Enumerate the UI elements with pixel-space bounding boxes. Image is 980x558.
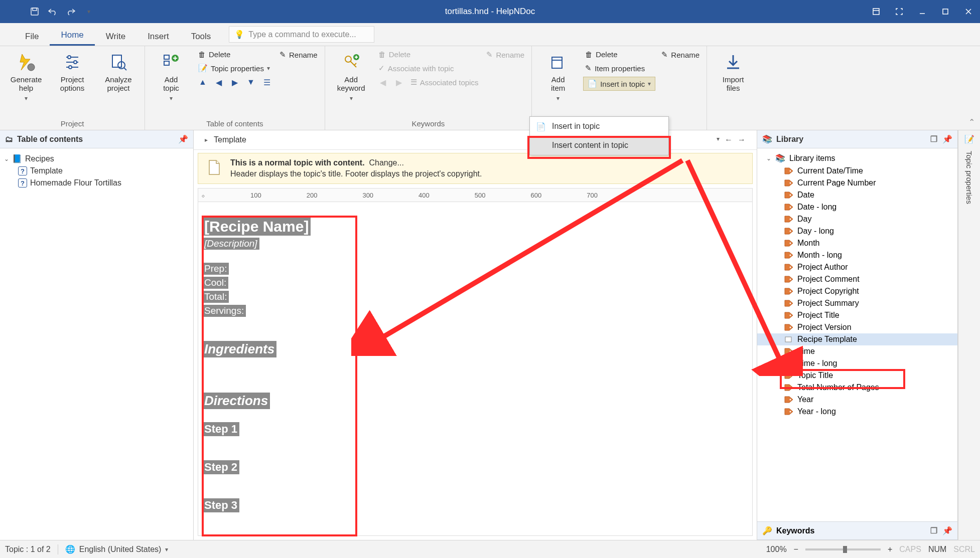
svg-rect-0 xyxy=(31,8,38,15)
qat-dropdown-icon[interactable]: ▾ xyxy=(83,6,94,17)
maximize-icon[interactable] xyxy=(934,0,957,23)
add-topic-button[interactable]: Add topic▾ xyxy=(150,49,192,104)
pin-icon[interactable]: 📌 xyxy=(942,526,952,535)
tag-icon xyxy=(784,360,793,367)
ruler[interactable]: ⬦ 100200300400500600700 xyxy=(198,188,753,202)
svg-point-36 xyxy=(790,411,791,413)
generate-help-button[interactable]: Generate help▾ xyxy=(5,49,47,104)
analyze-project-button[interactable]: Analyze project xyxy=(97,49,139,95)
tag-icon xyxy=(784,276,793,283)
library-item[interactable]: Year - long xyxy=(757,406,957,418)
undo-icon[interactable] xyxy=(47,6,58,17)
library-item[interactable]: Time xyxy=(757,345,957,357)
toc-rename-button[interactable]: ✎Rename xyxy=(277,49,320,60)
move-right-icon[interactable]: ▶ xyxy=(228,77,241,88)
group-label: Project xyxy=(5,117,139,128)
library-item[interactable]: Project Copyright xyxy=(757,285,957,297)
move-up-icon[interactable]: ▲ xyxy=(196,77,209,88)
breadcrumb-dropdown-icon[interactable]: ▾ xyxy=(717,135,720,144)
lib-delete-button[interactable]: 🗑Delete xyxy=(583,49,655,60)
tab-write[interactable]: Write xyxy=(95,27,136,46)
nav-forward-icon[interactable]: → xyxy=(738,135,746,144)
lib-insert-button[interactable]: 📄Insert in topic ▾ xyxy=(583,77,655,91)
library-item[interactable]: Project Title xyxy=(757,309,957,321)
move-left-icon[interactable]: ◀ xyxy=(212,77,225,88)
library-item[interactable]: Project Summary xyxy=(757,297,957,309)
svg-point-34 xyxy=(790,387,791,389)
project-options-button[interactable]: Project options xyxy=(51,49,93,95)
delete-icon: 🗑 xyxy=(198,50,206,59)
redo-icon[interactable] xyxy=(65,6,76,17)
language-selector[interactable]: 🌐 English (United States) ▾ xyxy=(65,544,169,554)
library-item[interactable]: Month xyxy=(757,237,957,249)
pin-icon[interactable]: 📌 xyxy=(942,134,952,144)
document-area[interactable]: [Recipe Name] [Description] Prep: Cool: … xyxy=(198,202,753,536)
add-item-button[interactable]: Add item▾ xyxy=(537,49,579,104)
library-item[interactable]: Date xyxy=(757,189,957,201)
lib-props-button[interactable]: ✎Item properties xyxy=(583,63,655,74)
move-down-icon[interactable]: ▼ xyxy=(244,77,257,88)
library-item[interactable]: Day - long xyxy=(757,225,957,237)
library-item[interactable]: Total Number of Pages xyxy=(757,382,957,394)
list-icon[interactable]: ☰ xyxy=(260,77,273,88)
library-item[interactable]: Day xyxy=(757,213,957,225)
library-item[interactable]: Project Version xyxy=(757,321,957,333)
topic-properties-tab[interactable]: 📝 Topic properties xyxy=(958,130,980,540)
breadcrumb-text: Template xyxy=(214,135,246,144)
collapse-ribbon-icon[interactable]: ⌃ xyxy=(968,117,975,127)
close-icon[interactable] xyxy=(957,0,980,23)
document-content[interactable]: [Recipe Name] [Description] Prep: Cool: … xyxy=(198,202,349,529)
minimize-icon[interactable] xyxy=(911,0,934,23)
library-item[interactable]: Time - long xyxy=(757,357,957,369)
toc-panel-header: 🗂 Table of contents 📌 xyxy=(0,130,193,148)
save-icon[interactable] xyxy=(29,6,40,17)
library-item[interactable]: Date - long xyxy=(757,201,957,213)
ribbon-group-toc: Add topic▾ 🗑Delete 📝Topic properties ▾ ▲… xyxy=(145,46,325,130)
ribbon-options-icon[interactable] xyxy=(865,0,888,23)
question-icon: ? xyxy=(18,166,27,175)
library-root[interactable]: ⌄📚Library items xyxy=(757,151,957,165)
library-item[interactable]: Current Date/Time xyxy=(757,165,957,177)
toc-delete-button[interactable]: 🗑Delete xyxy=(196,49,273,60)
toc-item-template[interactable]: ?Template xyxy=(17,165,190,177)
fullscreen-icon[interactable] xyxy=(888,0,911,23)
restore-icon[interactable]: ❐ xyxy=(930,526,937,535)
breadcrumb-expand-icon[interactable]: ▸ xyxy=(205,136,208,143)
pin-icon[interactable]: 📌 xyxy=(178,134,188,144)
library-item[interactable]: Recipe Template xyxy=(757,333,957,345)
dd-insert-in-topic[interactable]: 📄 Insert in topic xyxy=(530,117,668,136)
zoom-in-icon[interactable]: + xyxy=(888,545,892,554)
change-link[interactable]: Change... xyxy=(369,158,403,167)
toc-tree[interactable]: ⌄📘Recipes ?Template ?Homemade Flour Tort… xyxy=(0,148,193,193)
tab-file[interactable]: File xyxy=(14,27,50,46)
library-item[interactable]: Project Comment xyxy=(757,273,957,285)
download-icon xyxy=(722,51,744,73)
import-files-button[interactable]: Import files xyxy=(712,49,754,95)
zoom-out-icon[interactable]: − xyxy=(794,545,798,554)
document-icon xyxy=(205,158,223,176)
tab-tools[interactable]: Tools xyxy=(180,27,222,46)
tab-insert[interactable]: Insert xyxy=(136,27,180,46)
lib-rename-button[interactable]: ✎Rename xyxy=(659,49,702,60)
toc-props-button[interactable]: 📝Topic properties ▾ xyxy=(196,63,273,74)
lightning-gear-icon xyxy=(15,51,37,73)
svg-point-26 xyxy=(790,291,791,292)
add-keyword-button[interactable]: Add keyword▾ xyxy=(330,49,372,104)
tell-me-search[interactable]: 💡 Type a command to execute... xyxy=(229,26,374,43)
tab-home[interactable]: Home xyxy=(50,25,94,46)
library-item[interactable]: Topic Title xyxy=(757,369,957,382)
library-item[interactable]: Month - long xyxy=(757,249,957,261)
restore-icon[interactable]: ❐ xyxy=(930,134,937,144)
library-item[interactable]: Project Author xyxy=(757,261,957,273)
titlebar: ▾ tortillas.hnd - HelpNDoc xyxy=(0,0,980,23)
toc-root[interactable]: ⌄📘Recipes xyxy=(3,152,190,165)
dd-insert-content-in-topic[interactable]: Insert content in topic xyxy=(530,136,668,155)
svg-rect-30 xyxy=(785,337,791,342)
toc-item-tortillas[interactable]: ?Homemade Flour Tortillas xyxy=(17,177,190,189)
zoom-slider[interactable] xyxy=(805,548,881,550)
library-list[interactable]: ⌄📚Library items Current Date/TimeCurrent… xyxy=(757,148,957,521)
zoom-percent[interactable]: 100% xyxy=(766,545,787,554)
library-item[interactable]: Year xyxy=(757,394,957,406)
nav-back-icon[interactable]: ← xyxy=(725,135,733,144)
library-item[interactable]: Current Page Number xyxy=(757,177,957,189)
